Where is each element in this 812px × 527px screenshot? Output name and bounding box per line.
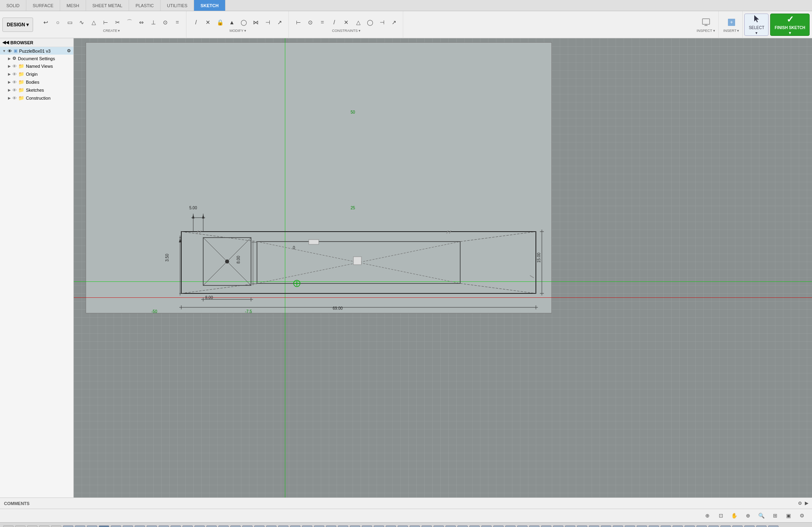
comments-expand-icon[interactable]: ▶ [805,501,808,506]
sidebar-item-bodies[interactable]: ▶ 👁 📁 Bodies [0,78,73,86]
c4-icon[interactable]: / [329,17,340,28]
timeline-item-51[interactable] [661,525,671,527]
tab-solid[interactable]: SOLID [0,0,26,11]
timeline-item-59[interactable] [756,525,767,527]
timeline-item-23[interactable] [326,525,336,527]
timeline-item-36[interactable] [481,525,492,527]
bracket-icon[interactable]: ⊣ [262,17,273,28]
perp-icon[interactable]: ⊥ [148,17,159,28]
slash-icon[interactable]: / [190,17,202,28]
settings-gear-icon[interactable]: ⚙ [67,48,71,53]
timeline-item-38[interactable] [505,525,516,527]
search-toolbar-icon[interactable]: 🔍 [756,511,767,521]
double-arrow-icon[interactable]: ⇔ [136,17,147,28]
timeline-item-19[interactable] [278,525,288,527]
timeline-item-30[interactable] [410,525,420,527]
timeline-item-9[interactable] [159,525,169,527]
timeline-item-24[interactable] [338,525,348,527]
lock-icon[interactable]: 🔒 [214,17,226,28]
timeline-item-56[interactable] [720,525,731,527]
timeline-item-25[interactable] [350,525,360,527]
timeline-item-50[interactable] [649,525,659,527]
c5-icon[interactable]: ✕ [341,17,352,28]
line-icon[interactable]: ⊢ [100,17,111,28]
timeline-item-34[interactable] [457,525,468,527]
design-button[interactable]: DESIGN ▾ [2,18,33,32]
zoom-toolbar-icon[interactable]: ⊕ [743,511,753,521]
timeline-item-48[interactable] [625,525,635,527]
display-toolbar-icon[interactable]: ▣ [783,511,794,521]
timeline-item-22[interactable] [314,525,324,527]
tab-plastic[interactable]: PLASTIC [129,0,161,11]
c1-icon[interactable]: ⊢ [293,17,304,28]
timeline-item-2[interactable] [75,525,85,527]
timeline-item-31[interactable] [422,525,432,527]
eye-construction-icon[interactable]: 👁 [12,96,17,100]
timeline-item-37[interactable] [493,525,504,527]
timeline-item-60[interactable] [768,525,779,527]
timeline-item-17[interactable] [254,525,265,527]
undo-icon[interactable]: ↩ [40,17,51,28]
select-button[interactable]: SELECT ▾ [744,14,769,36]
timeline-item-45[interactable] [589,525,599,527]
tab-surface[interactable]: SURFACE [26,0,60,11]
tri2-icon[interactable]: ▲ [226,17,237,28]
eye-bodies-icon[interactable]: 👁 [12,80,17,85]
c2-icon[interactable]: ⊙ [305,17,316,28]
timeline-item-35[interactable] [469,525,480,527]
timeline-item-58[interactable] [744,525,755,527]
camera-toolbar-icon[interactable]: ⊡ [716,511,726,521]
c3-icon[interactable]: = [317,17,328,28]
timeline-item-10[interactable] [171,525,181,527]
eye-origin-icon[interactable]: 👁 [12,72,17,77]
triangle-icon[interactable]: △ [88,17,99,28]
c6-icon[interactable]: △ [353,17,364,28]
timeline-item-16[interactable] [242,525,253,527]
timeline-back-btn[interactable]: ◀◀ [3,525,14,527]
timeline-item-14[interactable] [218,525,229,527]
tab-sketch[interactable]: SKETCH [194,0,225,11]
timeline-end-btn[interactable]: ▶▶ [51,525,61,527]
timeline-item-57[interactable] [732,525,743,527]
ellipse-icon[interactable]: ⊙ [160,17,171,28]
timeline-item-12[interactable] [194,525,205,527]
wave-icon[interactable]: ∿ [76,17,87,28]
timeline-item-4[interactable] [99,525,109,527]
timeline-item-54[interactable] [696,525,707,527]
timeline-item-29[interactable] [398,525,408,527]
timeline-item-8[interactable] [147,525,157,527]
timeline-item-5[interactable] [111,525,121,527]
finish-sketch-button[interactable]: ✓ FINISH SKETCH ▾ [770,14,810,36]
timeline-item-44[interactable] [577,525,587,527]
timeline-item-53[interactable] [685,525,695,527]
timeline-prev-btn[interactable]: ◀ [15,525,25,527]
sidebar-item-document-settings[interactable]: ▶ ⚙ Document Settings [0,55,73,62]
timeline-item-6[interactable] [123,525,133,527]
collapse-icon[interactable]: ◀◀ [2,40,9,45]
sidebar-item-construction[interactable]: ▶ 👁 📁 Construction [0,94,73,102]
rect-icon[interactable]: ▭ [64,17,75,28]
canvas[interactable]: 5.00 3.50 8.00 69.00 15.00 8.00 0 50 25 … [74,38,812,498]
timeline-item-52[interactable] [673,525,683,527]
equal-icon[interactable]: = [172,17,183,28]
timeline-item-11[interactable] [182,525,193,527]
tab-mesh[interactable]: MESH [60,0,86,11]
sidebar-item-root[interactable]: ▼ 👁 ▣ PuzzleBox01 v3 ⚙ [0,47,73,55]
timeline-item-18[interactable] [266,525,277,527]
c9-icon[interactable]: ↗ [388,17,400,28]
timeline-item-7[interactable] [135,525,145,527]
timeline-item-33[interactable] [445,525,456,527]
timeline-item-27[interactable] [374,525,384,527]
hand-toolbar-icon[interactable]: ✋ [729,511,739,521]
big-circle-icon[interactable]: ◯ [238,17,249,28]
eye-root-icon[interactable]: 👁 [8,49,12,53]
eye-named-icon[interactable]: 👁 [12,64,17,69]
timeline-item-13[interactable] [206,525,217,527]
pointer-icon[interactable]: ↗ [274,17,285,28]
timeline-item-42[interactable] [553,525,563,527]
timeline-item-20[interactable] [290,525,300,527]
timeline-play-btn[interactable]: ▶ [27,525,37,527]
timeline-item-1[interactable] [63,525,73,527]
timeline-item-46[interactable] [601,525,611,527]
eye-sketches-icon[interactable]: 👁 [12,88,17,92]
